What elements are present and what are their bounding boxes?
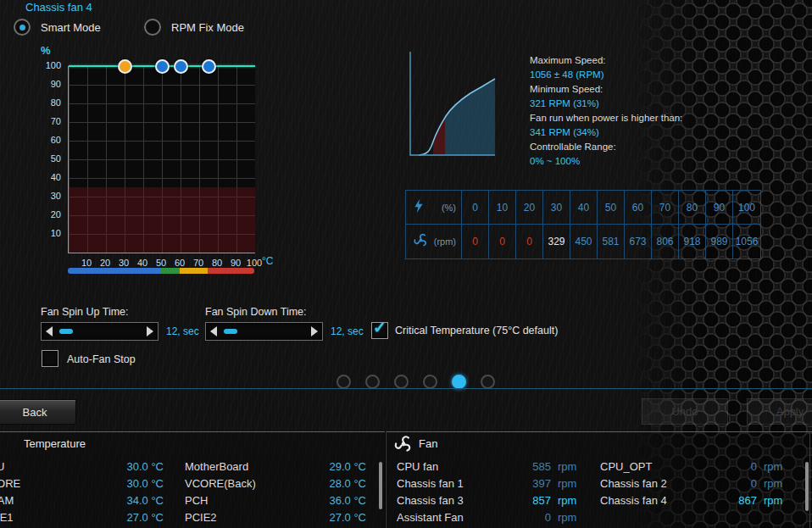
speed-info-value: 1056 ± 48 (RPM) xyxy=(530,68,809,82)
y-tick-label: 30 xyxy=(32,191,61,201)
fan-label: Chassis fan 2 xyxy=(600,477,667,490)
percent-cell: 10 xyxy=(489,191,516,225)
spin-up-slider[interactable] xyxy=(41,322,159,341)
spin-down-slider[interactable] xyxy=(205,322,323,341)
hardware-monitor: Temperature CPU30.0 °CMotherBoard29.0 °C… xyxy=(0,431,812,528)
x-axis-unit: °C xyxy=(262,255,273,267)
curve-point[interactable] xyxy=(155,59,170,74)
page-dot-1[interactable] xyxy=(336,375,351,389)
panel-divider xyxy=(386,431,387,528)
table-unit-cell: (%) xyxy=(406,191,462,225)
fan-unit: rpm xyxy=(558,494,576,507)
fan-label: Assistant Fan xyxy=(397,511,464,524)
spin-down-value: 12, sec xyxy=(331,325,364,337)
x-tick-label: 60 xyxy=(170,258,190,268)
panel-right-border xyxy=(809,431,810,528)
y-tick-label: 80 xyxy=(32,97,61,108)
speed-info-value: 321 RPM (31%) xyxy=(530,97,809,111)
fan-label: CPU fan xyxy=(397,460,438,473)
fan-scrollbar[interactable] xyxy=(805,462,809,511)
temp-value: 30.0 °C xyxy=(85,477,164,490)
auto-fan-stop-label: Auto-Fan Stop xyxy=(67,353,136,365)
speed-info-panel: Maximum Speed:1056 ± 48 (RPM)Minimum Spe… xyxy=(530,53,809,169)
fan-unit: rpm xyxy=(558,460,576,473)
slider-right-arrow-icon[interactable] xyxy=(311,326,318,336)
y-tick-label: 90 xyxy=(32,79,61,89)
speed-info-value: 341 RPM (34%) xyxy=(530,125,809,140)
fan-page-dots xyxy=(336,375,495,389)
temp-label: PCIE2 xyxy=(185,511,217,524)
fan-icon xyxy=(413,232,429,251)
temp-label: DRAM xyxy=(0,494,14,507)
y-tick-label: 40 xyxy=(32,172,61,182)
page-dot-5[interactable] xyxy=(452,375,466,389)
critical-temperature-label: Critical Temperature (75°C default) xyxy=(395,325,558,336)
power-bolt-icon xyxy=(413,198,425,216)
fan-label: CPU_OPT xyxy=(600,460,652,473)
speed-info-label: Minimum Speed: xyxy=(530,82,809,97)
temp-label: VCORE(Back) xyxy=(185,477,256,490)
page-dot-3[interactable] xyxy=(394,375,409,389)
spin-down-label: Fan Spin Down Time: xyxy=(205,306,307,318)
critical-temperature-checkbox[interactable]: ✓ xyxy=(371,322,388,339)
x-tick-label: 90 xyxy=(225,258,246,268)
rpm-fix-mode-label: RPM Fix Mode xyxy=(171,21,244,34)
x-tick-label: 80 xyxy=(207,258,227,268)
rpm-cell: 918 xyxy=(679,225,706,258)
slider-right-arrow-icon[interactable] xyxy=(147,326,153,336)
y-tick-label: 60 xyxy=(32,135,61,145)
percent-cell: 20 xyxy=(516,191,543,225)
x-tick-label: 30 xyxy=(114,258,134,268)
fan-curve-plot[interactable] xyxy=(68,66,255,253)
fan-value: 585 xyxy=(471,460,551,473)
page-dot-2[interactable] xyxy=(365,375,380,389)
power-rpm-table: (%)0102030405060708090100(rpm)0003294505… xyxy=(405,190,761,259)
page-dot-4[interactable] xyxy=(423,375,437,389)
undo-button[interactable]: Undo xyxy=(642,398,728,425)
y-axis-unit: % xyxy=(41,44,51,57)
percent-cell: 0 xyxy=(462,191,489,225)
forbidden-zone xyxy=(69,187,255,253)
apply-button[interactable]: Apply xyxy=(747,398,812,425)
slider-thumb[interactable] xyxy=(59,329,73,334)
radio-circle-icon xyxy=(144,19,161,36)
rpm-cell: 0 xyxy=(462,225,489,258)
rpm-cell: 0 xyxy=(516,225,543,258)
temp-value: 36.0 °C xyxy=(288,494,366,507)
rpm-fix-mode-radio[interactable]: RPM Fix Mode xyxy=(144,19,244,36)
temp-label: PCH xyxy=(185,494,208,507)
smart-mode-radio[interactable]: Smart Mode xyxy=(14,19,101,36)
percent-cell: 70 xyxy=(652,191,679,225)
rpm-cell: 673 xyxy=(625,225,652,258)
x-tick-label: 20 xyxy=(95,258,115,268)
slider-left-arrow-icon[interactable] xyxy=(46,326,53,336)
x-tick-label: 50 xyxy=(151,258,171,268)
table-unit-label: (%) xyxy=(442,203,456,213)
temp-label: MotherBoard xyxy=(185,460,248,473)
percent-cell: 80 xyxy=(679,191,706,225)
fan-unit: rpm xyxy=(764,494,782,507)
y-tick-label: 100 xyxy=(32,60,61,70)
curve-point[interactable] xyxy=(118,59,132,74)
rpm-cell: 806 xyxy=(652,225,679,258)
auto-fan-stop-checkbox[interactable]: ✓ xyxy=(42,350,58,367)
fan-icon xyxy=(393,434,414,454)
back-button[interactable]: Back xyxy=(0,399,76,425)
curve-point[interactable] xyxy=(174,59,188,74)
curve-point[interactable] xyxy=(202,59,216,74)
temp-value: 28.0 °C xyxy=(288,477,366,490)
temp-label: PCIE1 xyxy=(0,511,14,524)
page-dot-6[interactable] xyxy=(481,375,495,389)
fan-panel-title: Fan xyxy=(419,437,437,450)
temp-value: 29.0 °C xyxy=(288,460,366,473)
slider-thumb[interactable] xyxy=(224,329,237,334)
fan-label: Chassis fan 4 xyxy=(600,494,667,507)
y-tick-label: 50 xyxy=(32,153,61,164)
spin-up-label: Fan Spin Up Time: xyxy=(41,306,129,318)
temperature-scrollbar[interactable] xyxy=(379,462,382,509)
rpm-cell: 450 xyxy=(570,225,598,258)
slider-left-arrow-icon[interactable] xyxy=(210,326,217,336)
rpm-cell: 1056 xyxy=(733,225,760,258)
rpm-cell: 0 xyxy=(489,225,516,258)
speed-info-label: Maximum Speed: xyxy=(530,53,809,68)
